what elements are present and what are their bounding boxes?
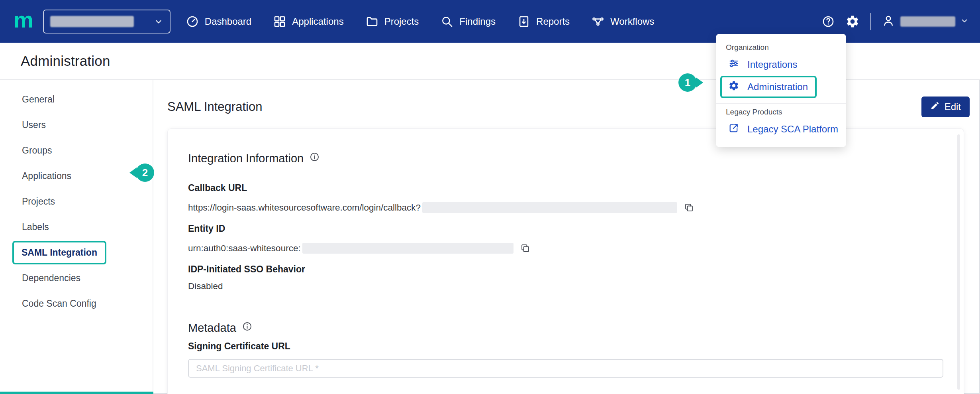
nav-item-dashboard[interactable]: Dashboard [186,15,251,28]
edit-button[interactable]: Edit [921,97,970,117]
annotation-badge-2-pointer [129,167,137,178]
nav-item-reports[interactable]: Reports [517,15,570,28]
annotation-badge-2: 2 [136,164,154,182]
mend-logo[interactable]: m [14,9,33,31]
admin-sidebar: General Users Groups Applications Projec… [0,80,153,394]
signing-cert-input[interactable] [188,359,943,378]
menu-item-legacy-sca-platform[interactable]: Legacy SCA Platform [716,120,846,139]
annotation-badge-1-number: 1 [685,77,690,89]
callback-url-redacted [422,202,677,213]
help-icon[interactable] [821,15,835,28]
sso-behavior-label: IDP-Initiated SSO Behavior [188,264,964,275]
callback-url-value: https://login-saas.whitesourcesoftware.c… [188,203,421,213]
callback-url-label: Callback URL [188,183,964,193]
administration-highlight-wrap: Administration [720,76,846,98]
sidebar-item-label: Groups [22,145,52,156]
metadata-section-header: Metadata [188,321,964,335]
reports-icon [517,15,531,28]
nav-item-label: Projects [384,16,419,27]
page-title: Administration [21,53,110,69]
chevron-down-icon [154,17,163,26]
entity-id-label: Entity ID [188,223,964,234]
card-scrollbar[interactable] [957,134,960,390]
sso-behavior-value: Disabled [188,281,964,292]
settings-dropdown-menu: Organization Integrations Administration… [716,34,846,147]
sidebar-item-label: Code Scan Config [22,298,96,309]
nav-item-applications[interactable]: Applications [273,15,343,28]
sidebar-item-dependencies[interactable]: Dependencies [0,265,153,291]
signing-cert-label: Signing Certificate URL [188,341,964,352]
menu-item-label: Administration [747,81,808,93]
sidebar-bottom-accent [0,392,153,394]
user-name-redacted [900,16,955,27]
integrations-sliders-icon [728,58,739,71]
topnav-right-group [821,13,969,30]
user-icon [881,14,896,30]
administration-screen: m Dashboard Applications [0,0,980,394]
sidebar-item-labels[interactable]: Labels [0,214,153,240]
nav-item-findings[interactable]: Findings [440,15,496,28]
callback-url-row: https://login-saas.whitesourcesoftware.c… [188,202,964,213]
nav-item-projects[interactable]: Projects [365,15,419,28]
integration-information-title: Integration Information [188,152,304,165]
annotation-badge-1: 1 [678,73,697,92]
sidebar-item-saml-integration[interactable]: SAML Integration [0,240,153,265]
menu-item-label: Integrations [747,59,797,70]
sidebar-item-label: Projects [22,196,55,207]
saml-integration-heading: SAML Integration [167,100,262,114]
sidebar-item-label: Labels [22,222,49,232]
sidebar-item-code-scan-config[interactable]: Code Scan Config [0,291,153,316]
nav-item-label: Findings [459,16,496,27]
main-heading-row: SAML Integration Edit [167,96,970,118]
sidebar-item-users[interactable]: Users [0,112,153,138]
applications-icon [273,15,286,28]
metadata-title: Metadata [188,321,236,335]
gear-icon[interactable] [845,14,860,29]
menu-item-integrations[interactable]: Integrations [716,55,846,74]
nav-item-label: Workflows [610,16,654,27]
external-link-icon [728,122,739,136]
legacy-products-section-label: Legacy Products [716,104,846,120]
saml-integration-card: Integration Information Callback URL htt… [167,128,964,394]
primary-nav: Dashboard Applications Projects Findings [186,15,655,28]
menu-item-administration[interactable]: Administration [720,76,817,98]
menu-item-label: Legacy SCA Platform [747,124,838,135]
projects-icon [365,15,379,28]
copy-icon[interactable] [520,243,531,254]
organization-selector[interactable] [43,10,171,33]
info-icon[interactable] [242,321,253,335]
nav-item-label: Applications [292,16,343,27]
sidebar-item-projects[interactable]: Projects [0,189,153,214]
entity-id-row: urn:auth0:saas-whitesource: [188,243,964,254]
sidebar-item-label: General [22,94,55,105]
dashboard-icon [186,15,199,28]
annotation-badge-1-pointer [696,77,703,88]
user-menu[interactable] [881,14,969,30]
topnav-divider [870,13,871,30]
sidebar-item-label: Applications [22,171,71,181]
nav-item-label: Reports [536,16,570,27]
findings-icon [440,15,454,28]
edit-button-label: Edit [945,101,961,112]
gear-icon [728,80,739,94]
entity-id-value: urn:auth0:saas-whitesource: [188,243,301,254]
sidebar-item-groups[interactable]: Groups [0,138,153,163]
sidebar-item-label: Users [22,120,46,130]
organization-section-label: Organization [716,39,846,55]
saml-highlight-box: SAML Integration [12,241,106,264]
workflows-icon [591,15,605,28]
sidebar-item-general[interactable]: General [0,87,153,112]
edit-pencil-icon [930,101,940,113]
copy-icon[interactable] [684,202,694,213]
sidebar-item-label: Dependencies [22,273,80,284]
nav-item-workflows[interactable]: Workflows [591,15,654,28]
info-icon[interactable] [309,152,320,165]
nav-item-label: Dashboard [205,16,251,27]
organization-name-redacted [50,16,134,27]
annotation-badge-2-number: 2 [142,167,148,179]
entity-id-redacted [302,243,514,254]
integration-information-section-header: Integration Information [188,152,964,165]
chevron-down-icon [960,16,969,27]
